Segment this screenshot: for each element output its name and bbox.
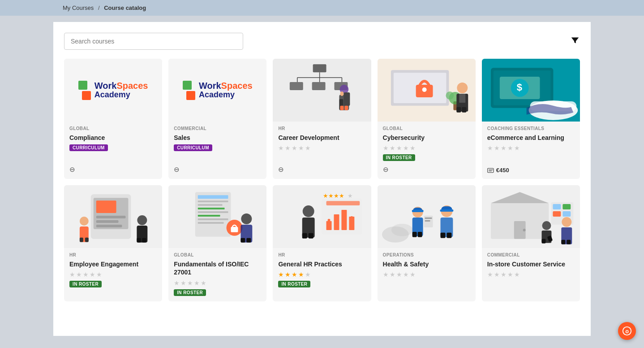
course-thumb-cyber [378, 59, 476, 122]
svg-rect-90 [417, 232, 422, 237]
course-category-career: HR [278, 126, 365, 131]
course-card-career[interactable]: HR Career Development ★ ★ ★ ★ ★ ⊖ [273, 59, 371, 179]
ecommerce-illustration: $ [482, 59, 580, 122]
svg-point-113 [562, 217, 571, 227]
svg-rect-69 [302, 233, 307, 239]
svg-text:★: ★ [348, 192, 353, 199]
course-category-cyber: GLOBAL [383, 126, 470, 131]
svg-point-63 [241, 213, 252, 224]
course-card-iso[interactable]: GLOBAL Fundamentals of ISO/IEC 27001 ★ ★… [168, 185, 266, 301]
svg-rect-105 [553, 204, 561, 209]
course-card-compliance[interactable]: WorkSpaces Academy GLOBAL Compliance CUR… [64, 59, 162, 179]
svg-point-78 [335, 214, 338, 217]
svg-rect-70 [309, 233, 313, 239]
stars-employee: ★ ★ ★ ★ ★ [69, 271, 157, 278]
cyber-illustration [378, 59, 476, 122]
breadcrumb-parent[interactable]: My Courses [63, 4, 94, 11]
card-footer-cyber: ⊖ [383, 164, 470, 174]
course-card-body-iso: GLOBAL Fundamentals of ISO/IEC 27001 ★ ★… [168, 248, 266, 301]
svg-point-19 [422, 87, 426, 92]
star2: ★ [285, 144, 291, 152]
course-card-instore[interactable]: COMMERCIAL In-store Customer Service ★ ★… [482, 185, 580, 301]
sync-icon-sales: ⊖ [174, 165, 180, 174]
svg-rect-56 [198, 208, 225, 209]
course-thumb-compliance: WorkSpaces Academy [64, 59, 162, 122]
stars-career: ★ ★ ★ ★ ★ [278, 144, 365, 152]
price-tag-icon [487, 167, 494, 174]
course-title-compliance: Compliance [69, 134, 157, 142]
filter-button[interactable] [570, 35, 580, 47]
course-card-sales[interactable]: WorkSpaces Academy COMMERCIAL Sales CURR… [168, 59, 266, 179]
star5: ★ [305, 144, 311, 152]
course-category-ecommerce: COACHING ESSENTIALS [487, 126, 575, 131]
svg-rect-91 [424, 216, 433, 227]
svg-rect-115 [561, 240, 565, 244]
svg-rect-37 [489, 170, 492, 171]
svg-rect-35 [487, 168, 493, 172]
svg-rect-65 [241, 238, 245, 243]
course-card-hrpractices[interactable]: ★★★★ ★ HR General HR Practices ★ ★ ★ ★ ★… [273, 185, 371, 301]
course-card-ecommerce[interactable]: $ COACHING ESSENTIALS eCommerce and Lear… [482, 59, 580, 179]
course-title-cyber: Cybersecurity [383, 134, 470, 142]
course-thumb-instore [482, 185, 580, 248]
course-thumb-iso [168, 185, 266, 248]
course-title-safety: Health & Safety [383, 260, 470, 268]
svg-rect-52 [195, 192, 231, 237]
svg-text:$: $ [517, 82, 522, 93]
course-grid-row2: HR Employee Engagement ★ ★ ★ ★ ★ IN ROST… [64, 185, 580, 301]
course-thumb-sales: WorkSpaces Academy [168, 59, 266, 122]
stars-ecommerce: ★ ★ ★ ★ ★ [487, 144, 575, 152]
course-title-hrpractices: General HR Practices [278, 260, 365, 268]
svg-rect-27 [462, 107, 466, 113]
course-grid-row1: WorkSpaces Academy GLOBAL Compliance CUR… [64, 59, 580, 179]
course-title-iso: Fundamentals of ISO/IEC 27001 [174, 260, 261, 276]
course-card-cyber[interactable]: GLOBAL Cybersecurity ★ ★ ★ ★ ★ IN ROSTER… [378, 59, 476, 179]
svg-rect-0 [313, 64, 326, 72]
course-category-safety: OPERATIONS [383, 252, 470, 257]
svg-rect-15 [345, 106, 348, 110]
svg-point-77 [328, 219, 331, 222]
help-button[interactable]: o [618, 322, 636, 340]
star1: ★ [278, 144, 284, 152]
svg-rect-46 [80, 238, 83, 242]
course-card-body-career: HR Career Development ★ ★ ★ ★ ★ ⊖ [273, 122, 371, 179]
course-card-safety[interactable]: OPERATIONS Health & Safety ★ ★ ★ ★ ★ [378, 185, 476, 301]
course-card-body-hrpractices: HR General HR Practices ★ ★ ★ ★ ★ IN ROS… [273, 248, 371, 301]
svg-rect-99 [447, 233, 451, 238]
course-card-employee[interactable]: HR Employee Engagement ★ ★ ★ ★ ★ IN ROST… [64, 185, 162, 301]
svg-rect-41 [96, 216, 126, 218]
instore-illustration [482, 185, 580, 248]
svg-rect-50 [137, 238, 141, 243]
badge-curriculum-sales: CURRICULUM [174, 144, 212, 151]
star3: ★ [292, 144, 297, 152]
svg-point-109 [542, 221, 551, 230]
stars-instore: ★ ★ ★ ★ ★ [487, 271, 575, 278]
iso-illustration [168, 185, 266, 248]
sync-icon-compliance: ⊖ [69, 165, 75, 174]
svg-rect-76 [326, 201, 360, 205]
svg-rect-13 [344, 92, 350, 106]
course-title-employee: Employee Engagement [69, 260, 157, 268]
course-card-body-safety: OPERATIONS Health & Safety ★ ★ ★ ★ ★ [378, 248, 476, 301]
breadcrumb-separator: / [98, 4, 100, 11]
svg-rect-25 [459, 94, 465, 103]
course-thumb-employee [64, 185, 162, 248]
course-thumb-career [273, 59, 371, 122]
svg-rect-59 [198, 218, 228, 220]
course-title-sales: Sales [174, 134, 261, 142]
svg-rect-36 [489, 170, 493, 170]
svg-marker-101 [491, 192, 549, 203]
course-card-body-ecommerce: COACHING ESSENTIALS eCommerce and Learni… [482, 122, 580, 179]
search-input[interactable] [64, 33, 243, 50]
svg-rect-7 [312, 82, 326, 90]
svg-rect-92 [425, 218, 432, 219]
course-card-body-instore: COMMERCIAL In-store Customer Service ★ ★… [482, 248, 580, 301]
search-row [64, 33, 580, 50]
help-icon: o [622, 326, 632, 336]
svg-rect-6 [290, 82, 303, 90]
badge-inroster-hrpractices: IN ROSTER [278, 281, 310, 287]
course-thumb-hrpractices: ★★★★ ★ [273, 185, 371, 248]
svg-rect-98 [440, 233, 445, 238]
course-category-instore: COMMERCIAL [487, 252, 575, 257]
svg-text:o: o [625, 328, 629, 335]
